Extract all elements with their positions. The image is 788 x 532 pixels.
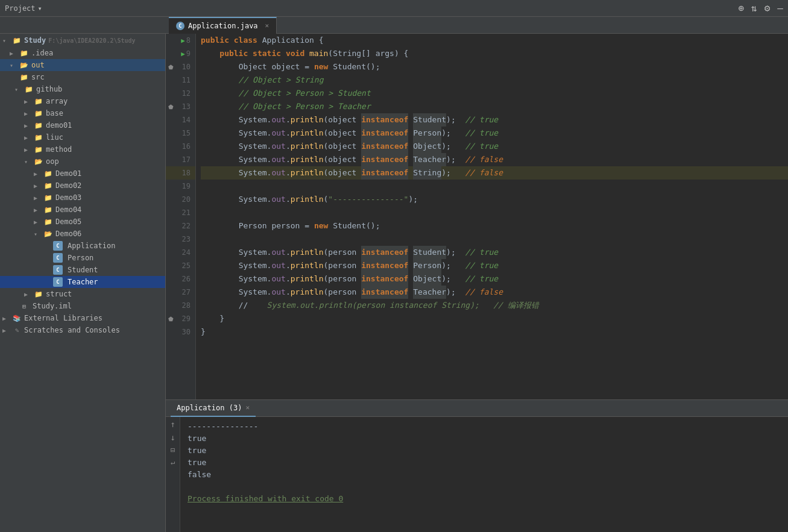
- gutter-19: 19: [166, 180, 195, 193]
- arrow-icon: ▶: [24, 291, 34, 298]
- gutter-18: 18: [166, 166, 195, 180]
- line-number: 12: [182, 89, 191, 98]
- gutter-21: 21: [166, 206, 195, 219]
- console-line-2: true: [188, 433, 781, 445]
- code-line-19: [201, 180, 788, 193]
- top-bar: Project ▾ ⊕ ⇅ ⚙ —: [0, 0, 788, 17]
- folder-open-icon: 📂: [19, 60, 29, 70]
- tab-bar: C Application.java ✕: [0, 17, 788, 34]
- sidebar-item-out[interactable]: ▾ 📂 out: [0, 59, 165, 71]
- tab-close-icon[interactable]: ✕: [265, 22, 269, 30]
- line-number: 11: [182, 76, 191, 84]
- line-number: 25: [182, 261, 191, 270]
- folder-icon: 📁: [24, 84, 34, 94]
- scroll-up-icon[interactable]: ↑: [170, 419, 175, 429]
- line-number: 9: [186, 49, 191, 58]
- globe-icon[interactable]: ⊕: [738, 2, 744, 14]
- gutter-28: 28: [166, 299, 195, 312]
- scroll-down-icon[interactable]: ↓: [170, 433, 175, 442]
- sidebar-item-Demo03[interactable]: ▶ 📁 Demo03: [0, 192, 165, 204]
- sidebar-item-Demo04[interactable]: ▶ 📁 Demo04: [0, 204, 165, 216]
- run-icon[interactable]: ▶: [181, 50, 185, 58]
- sidebar-root-path: F:\java\IDEA2020.2\Study: [48, 37, 136, 44]
- gutter-30: 30: [166, 325, 195, 339]
- tab-application-java[interactable]: C Application.java ✕: [169, 17, 277, 34]
- code-line-17: System.out.println(object instanceof Tea…: [201, 153, 788, 166]
- folder-icon: 📁: [12, 36, 22, 45]
- project-label: Project: [5, 4, 36, 13]
- folder-icon: 📁: [43, 169, 53, 178]
- sidebar-label: Demo03: [55, 193, 81, 202]
- tab-label: Application.java: [188, 22, 258, 30]
- sidebar-item-Demo05[interactable]: ▶ 📁 Demo05: [0, 216, 165, 228]
- sidebar-root[interactable]: ▾ 📁 Study F:\java\IDEA2020.2\Study: [0, 34, 165, 47]
- gutter-12: 12: [166, 87, 195, 100]
- sidebar-item-Person[interactable]: C Person: [0, 252, 165, 264]
- line-number: 15: [182, 129, 191, 137]
- project-dropdown[interactable]: Project ▾: [5, 4, 42, 13]
- sidebar-item-Teacher[interactable]: C Teacher: [0, 276, 165, 288]
- sidebar-item-external[interactable]: ▶ 📚 External Libraries: [0, 312, 165, 324]
- arrow-icon: ▶: [24, 146, 34, 153]
- sidebar-label: Demo02: [55, 181, 81, 190]
- gutter-26: 26: [166, 272, 195, 286]
- folder-icon: 📁: [34, 289, 43, 299]
- sidebar-label: Person: [68, 254, 93, 262]
- sidebar-item-method[interactable]: ▶ 📁 method: [0, 143, 165, 155]
- run-icon[interactable]: ▶: [181, 37, 185, 45]
- sidebar-label: Study.iml: [33, 302, 72, 310]
- arrow-icon: ▾: [10, 62, 19, 69]
- folder-icon: 📁: [34, 145, 43, 154]
- sidebar-item-liuc[interactable]: ▶ 📁 liuc: [0, 131, 165, 143]
- gutter-13: ⬟ 13: [166, 100, 195, 113]
- close-icon[interactable]: —: [777, 2, 783, 14]
- sidebar-item-Demo01[interactable]: ▶ 📁 Demo01: [0, 167, 165, 180]
- sidebar-item-Demo02[interactable]: ▶ 📁 Demo02: [0, 180, 165, 192]
- bottom-tab-bar: Application (3) ✕: [166, 400, 788, 417]
- tab-close-icon[interactable]: ✕: [245, 404, 250, 412]
- sidebar-item-oop[interactable]: ▾ 📂 oop: [0, 155, 165, 167]
- sidebar-item-struct[interactable]: ▶ 📁 struct: [0, 288, 165, 300]
- library-icon: 📚: [12, 313, 22, 323]
- sidebar-item-array[interactable]: ▶ 📁 array: [0, 95, 165, 107]
- sidebar-label: Demo04: [55, 205, 81, 214]
- filter-icon[interactable]: ⊟: [171, 446, 175, 454]
- gutter-24: 24: [166, 246, 195, 259]
- sidebar-item-Demo06[interactable]: ▾ 📂 Demo06: [0, 228, 165, 240]
- wrap-icon[interactable]: ↵: [171, 458, 175, 466]
- console-line-6: [188, 481, 781, 493]
- gutter-16: 16: [166, 140, 195, 153]
- gutter-22: 22: [166, 219, 195, 233]
- line-number: 20: [182, 195, 191, 204]
- sidebar-item-github[interactable]: ▾ 📁 github: [0, 83, 165, 95]
- sidebar-item-Application[interactable]: C Application: [0, 240, 165, 252]
- sidebar-label: External Libraries: [24, 314, 102, 322]
- sidebar-item-idea[interactable]: ▶ 📁 .idea: [0, 47, 165, 59]
- bookmark-icon: ⬟: [168, 64, 174, 70]
- code-line-11: // Object > String: [201, 74, 788, 87]
- sidebar-item-Student[interactable]: C Student: [0, 264, 165, 276]
- code-panel[interactable]: ▶ 8 ▶ 9 ⬟ 10 11 12 ⬟ 13 14 15: [166, 34, 788, 399]
- gutter-23: 23: [166, 233, 195, 246]
- sidebar-item-demo01[interactable]: ▶ 📁 demo01: [0, 119, 165, 131]
- gear-icon[interactable]: ⚙: [764, 2, 771, 14]
- sidebar-item-src[interactable]: 📁 src: [0, 71, 165, 83]
- sidebar-item-scratches[interactable]: ▶ ✎ Scratches and Consoles: [0, 324, 165, 336]
- code-line-9: public static void main(String[] args) {: [201, 47, 788, 60]
- gutter-25: 25: [166, 259, 195, 272]
- java-icon: C: [53, 277, 63, 287]
- folder-icon: 📁: [34, 108, 43, 118]
- code-line-27: System.out.println(person instanceof Tea…: [201, 286, 788, 299]
- folder-icon: 📁: [19, 72, 29, 82]
- split-icon[interactable]: ⇅: [751, 2, 757, 14]
- arrow-icon: ▾: [14, 86, 24, 93]
- line-number: 29: [182, 315, 191, 323]
- sidebar-item-base[interactable]: ▶ 📁 base: [0, 107, 165, 119]
- code-content[interactable]: public class Application { public static…: [196, 34, 788, 399]
- folder-icon: 📁: [34, 120, 43, 130]
- code-line-16: System.out.println(object instanceof Obj…: [201, 140, 788, 153]
- java-file-icon: C: [176, 22, 184, 30]
- sidebar-item-study-iml[interactable]: ⊞ Study.iml: [0, 300, 165, 312]
- tab-application-run[interactable]: Application (3) ✕: [171, 400, 256, 417]
- arrow-icon: ▶: [10, 50, 19, 57]
